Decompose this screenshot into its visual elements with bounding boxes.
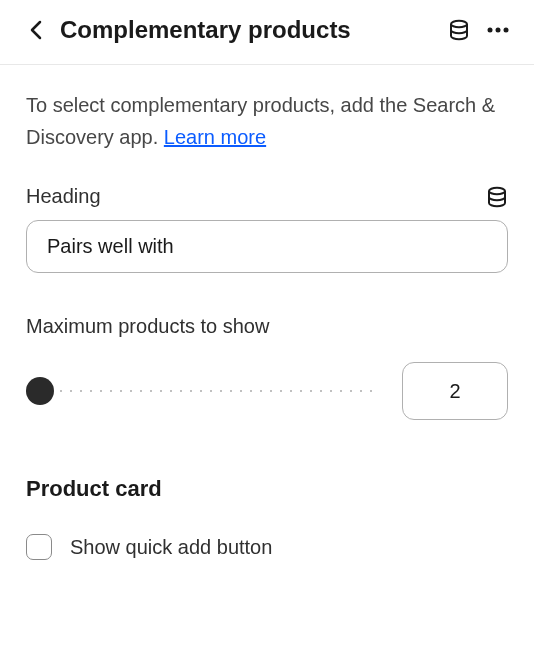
slider-thumb[interactable] <box>26 377 54 405</box>
max-products-section: Maximum products to show 2 <box>26 315 508 420</box>
max-products-slider-row: 2 <box>26 362 508 420</box>
heading-label: Heading <box>26 185 101 208</box>
header-actions <box>448 19 510 41</box>
database-icon <box>486 186 508 208</box>
heading-input[interactable] <box>26 220 508 273</box>
header: Complementary products <box>0 0 534 65</box>
learn-more-link[interactable]: Learn more <box>164 126 266 148</box>
chevron-left-icon <box>30 20 42 40</box>
description-text: To select complementary products, add th… <box>26 89 508 153</box>
more-horizontal-icon <box>486 27 510 33</box>
svg-point-2 <box>496 28 501 33</box>
quick-add-checkbox[interactable] <box>26 534 52 560</box>
svg-point-1 <box>488 28 493 33</box>
product-card-title: Product card <box>26 476 508 502</box>
svg-point-3 <box>504 28 509 33</box>
svg-point-4 <box>489 187 505 193</box>
svg-point-0 <box>451 21 467 27</box>
quick-add-checkbox-row: Show quick add button <box>26 534 508 560</box>
more-actions-button[interactable] <box>486 27 510 33</box>
max-products-value-box[interactable]: 2 <box>402 362 508 420</box>
max-products-label: Maximum products to show <box>26 315 508 338</box>
database-icon <box>448 19 470 41</box>
slider-track-dots <box>26 389 378 393</box>
content: To select complementary products, add th… <box>0 65 534 584</box>
heading-field-row: Heading <box>26 185 508 208</box>
page-title: Complementary products <box>60 16 436 44</box>
max-products-slider[interactable] <box>26 377 378 405</box>
dynamic-source-button[interactable] <box>448 19 470 41</box>
max-products-value: 2 <box>449 380 460 403</box>
heading-dynamic-source-button[interactable] <box>486 186 508 208</box>
back-button[interactable] <box>24 18 48 42</box>
quick-add-label: Show quick add button <box>70 536 272 559</box>
